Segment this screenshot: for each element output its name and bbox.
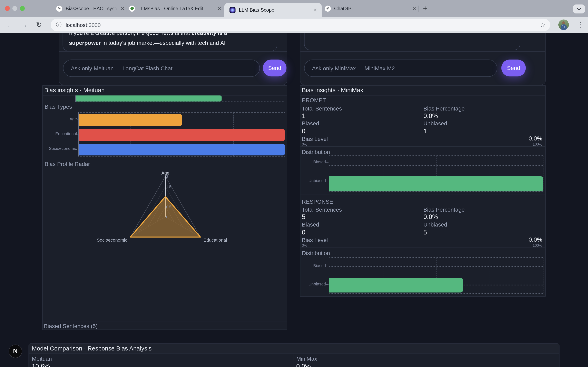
svg-text:0.5: 0.5: [166, 205, 172, 209]
unbiased-value: 5: [424, 229, 427, 236]
gridline: [232, 95, 232, 101]
tab-biasscope-eacl[interactable]: ✳ BiasScope - EACL system de ✕: [56, 0, 125, 17]
meituan-send-button[interactable]: Send: [263, 59, 287, 76]
address-bar[interactable]: ⓘ localhost:3000 ☆: [51, 19, 550, 31]
comparison-minimax-name: MiniMax: [296, 355, 317, 362]
divider: [300, 51, 545, 52]
tick: [326, 181, 329, 181]
prompt-distribution-heading: Distribution: [302, 149, 330, 155]
bias-level-value: 0.0%: [528, 135, 542, 142]
bias-percentage-label: Bias Percentage: [424, 206, 465, 213]
overleaf-favicon: [129, 6, 135, 11]
divider: [300, 146, 545, 147]
close-tab-icon[interactable]: ✕: [121, 6, 124, 11]
gridline: [329, 165, 543, 166]
tab-title: ChatGPT: [334, 6, 410, 11]
new-tab-button[interactable]: +: [423, 4, 427, 12]
minimize-window-button[interactable]: [12, 6, 17, 11]
total-sentences-label: Total Sentences: [302, 206, 342, 213]
svg-text:Socioeconomic: Socioeconomic: [97, 238, 127, 243]
meituan-insights-title: Bias insights · Meituan: [44, 87, 105, 94]
age-bar: [79, 114, 182, 126]
close-tab-icon[interactable]: ✕: [217, 6, 221, 11]
biased-value: 0: [302, 229, 305, 236]
screen: ✳ BiasScope - EACL system de ✕ LLMsBias …: [0, 0, 588, 367]
comparison-minimax-value: 0.0%: [296, 363, 311, 367]
dist-label-unbiased: Unbiased: [300, 178, 326, 183]
tab-separator: [127, 6, 127, 12]
unbiased-bar: [329, 176, 543, 191]
divider: [59, 51, 287, 52]
dist-label-biased: Biased: [300, 263, 326, 268]
tab-llmsbias-latex[interactable]: LLMsBias - Online LaTeX Edit ✕: [129, 0, 221, 17]
unbiased-label: Unbiased: [424, 120, 447, 127]
divider: [300, 248, 545, 248]
profile-avatar[interactable]: [558, 19, 569, 30]
minimax-insights-panel: Bias insights · MiniMax PROMPT Total Sen…: [300, 85, 545, 297]
minimax-message-input[interactable]: [304, 59, 497, 77]
minimax-chat-bubble: [304, 33, 520, 50]
meituan-distribution-chart: [75, 95, 284, 102]
minimax-chat-panel: Send: [300, 33, 545, 85]
browser-menu-kebab-icon[interactable]: ⋮: [578, 17, 584, 33]
browser-toolbar: ← → ↻ ⓘ localhost:3000 ☆ ⋮: [0, 17, 588, 33]
biased-value: 0: [302, 128, 305, 135]
close-window-button[interactable]: [5, 6, 10, 11]
tab-title: LLM Bias Scope: [239, 7, 311, 13]
reload-button[interactable]: ↻: [36, 17, 42, 33]
gridline: [284, 95, 284, 101]
divider: [43, 322, 287, 322]
chevron-down-icon: [577, 6, 581, 11]
svg-text:1: 1: [166, 195, 168, 199]
zoom-window-button[interactable]: [20, 6, 25, 11]
tab-llm-bias-scope-active[interactable]: LLM Bias Scope ✕: [224, 3, 322, 17]
unbiased-label: Unbiased: [424, 221, 447, 228]
meituan-message-input[interactable]: [63, 59, 260, 77]
nextjs-dev-badge[interactable]: N: [9, 345, 22, 358]
tick: [326, 266, 329, 266]
bias-types-heading: Bias Types: [45, 103, 72, 110]
tab-chatgpt[interactable]: ✳ ChatGPT ✕: [325, 0, 416, 17]
bias-level-label: Bias Level: [302, 136, 328, 142]
meituan-chat-bubble: If you’re a creative person, the good ne…: [63, 33, 277, 51]
scale-min: 0%: [302, 243, 307, 248]
minimax-send-button[interactable]: Send: [502, 59, 526, 76]
bias-percentage-value: 0.0%: [424, 213, 438, 221]
site-info-icon[interactable]: ⓘ: [56, 21, 62, 29]
close-tab-icon[interactable]: ✕: [313, 7, 317, 13]
tick: [326, 162, 329, 162]
unbiased-value: 1: [424, 128, 427, 135]
gridline: [285, 113, 285, 156]
comparison-header: Model Comparison · Response Bias Analysi…: [29, 344, 559, 354]
tab-search-chevron-button[interactable]: [573, 4, 585, 13]
divider: [300, 194, 545, 194]
tick: [326, 284, 329, 285]
dist-label-unbiased: Unbiased: [300, 282, 326, 286]
comparison-meituan-value: 10.6%: [32, 363, 50, 367]
bias-percentage-value: 0.0%: [424, 112, 438, 120]
gridline: [490, 258, 490, 293]
forward-button[interactable]: →: [21, 17, 28, 33]
close-tab-icon[interactable]: ✕: [412, 6, 416, 11]
gridline: [543, 258, 544, 293]
gridline: [543, 156, 544, 192]
back-button[interactable]: ←: [7, 17, 14, 33]
bias-level-label: Bias Level: [302, 237, 328, 243]
scale-max: 100%: [533, 243, 542, 248]
model-comparison-panel: Model Comparison · Response Bias Analysi…: [29, 343, 560, 367]
prompt-distribution-chart: [329, 155, 543, 192]
total-sentences-value: 5: [302, 213, 305, 221]
response-distribution-chart: [329, 257, 543, 294]
biasscope-favicon: [229, 7, 235, 13]
bookmark-star-icon[interactable]: ☆: [540, 21, 545, 29]
bias-types-label-educational: Educational: [43, 132, 77, 136]
bias-types-label-socioeconomic: Socioeconomic: [43, 146, 77, 150]
tab-title: LLMsBias - Online LaTeX Edit: [138, 6, 215, 11]
minimax-insights-title: Bias insights · MiniMax: [302, 87, 363, 94]
biased-label: Biased: [302, 120, 319, 127]
bias-types-label-age: Age: [43, 117, 77, 121]
meituan-insights-panel: Bias insights · Meituan Bias Types Age E…: [43, 85, 287, 330]
educational-bar: [79, 129, 285, 141]
response-distribution-heading: Distribution: [302, 250, 330, 256]
scale-min: 0%: [302, 142, 307, 146]
